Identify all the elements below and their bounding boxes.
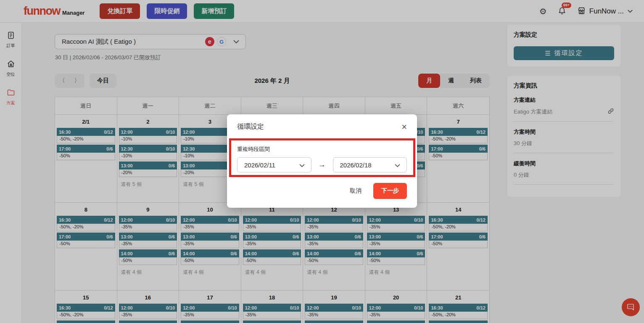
end-date-value: 2026/02/18 xyxy=(340,162,372,169)
chevron-down-icon xyxy=(299,162,305,169)
modal-title: 循環設定 xyxy=(237,122,264,131)
end-date-select[interactable]: 2026/02/18 xyxy=(333,157,407,172)
close-icon[interactable]: × xyxy=(401,122,407,132)
start-date-select[interactable]: 2026/02/11 xyxy=(237,157,311,172)
start-date-value: 2026/02/11 xyxy=(244,162,275,169)
loop-settings-modal: 循環設定 × 重複時段區間 2026/02/11 → 2026/02/18 取消… xyxy=(227,114,417,208)
repeat-range-label: 重複時段區間 xyxy=(237,146,407,153)
cancel-button[interactable]: 取消 xyxy=(350,187,362,195)
arrow-right-icon: → xyxy=(319,161,326,169)
chevron-down-icon xyxy=(394,162,401,169)
next-step-button[interactable]: 下一步 xyxy=(373,183,407,199)
